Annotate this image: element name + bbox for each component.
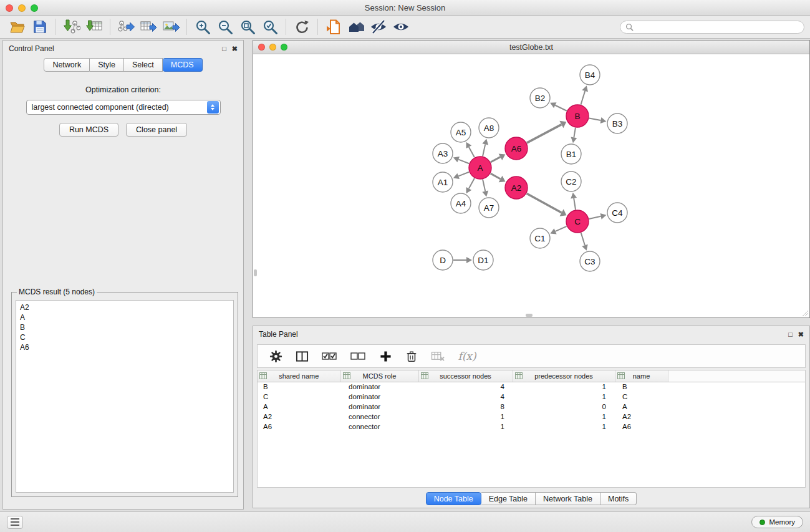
- show-task-history-button[interactable]: [7, 516, 23, 529]
- network-window-titlebar[interactable]: testGlobe.txt: [253, 41, 809, 54]
- table-row[interactable]: Bdominator41B: [258, 382, 805, 392]
- graph-edge-C-C4[interactable]: [589, 216, 601, 219]
- search-box[interactable]: [620, 21, 804, 34]
- table-cell[interactable]: connector: [340, 422, 418, 432]
- network-canvas[interactable]: B4B2BB3A5A8A6B1A3AC2A1A2A4A7C4CC1C3DD1: [253, 54, 809, 317]
- table-cell[interactable]: C: [258, 392, 340, 402]
- table-tab-edge-table[interactable]: Edge Table: [481, 492, 536, 505]
- graph-edge-C-C3[interactable]: [581, 233, 585, 245]
- hide-details-button[interactable]: [367, 17, 390, 37]
- table-row[interactable]: Cdominator41C: [258, 392, 805, 402]
- table-cell[interactable]: A6: [258, 422, 340, 432]
- table-cell[interactable]: A6: [615, 422, 668, 432]
- maximize-view-button[interactable]: [281, 44, 287, 51]
- table-cell[interactable]: 4: [418, 382, 513, 392]
- optimization-criterion-select[interactable]: largest connected component (directed): [26, 100, 221, 115]
- export-network-button[interactable]: [115, 17, 137, 37]
- graph-edge-A-A3[interactable]: [458, 160, 469, 164]
- control-panel-tab-style[interactable]: Style: [90, 58, 124, 72]
- minimize-view-button[interactable]: [269, 44, 276, 51]
- mcds-result-item[interactable]: B: [16, 322, 233, 332]
- run-mcds-button[interactable]: Run MCDS: [59, 123, 118, 137]
- table-tab-network-table[interactable]: Network Table: [536, 492, 600, 505]
- graph-edge-A-A6[interactable]: [491, 157, 501, 162]
- zoom-selected-button[interactable]: [259, 17, 281, 37]
- graph-edge-B-B3[interactable]: [589, 118, 601, 121]
- table-cell[interactable]: 0: [513, 402, 615, 412]
- control-panel-tab-network[interactable]: Network: [44, 58, 90, 72]
- horizontal-scrollbar-thumb[interactable]: [526, 314, 533, 317]
- memory-status-button[interactable]: Memory: [751, 516, 803, 528]
- create-column-button[interactable]: [377, 347, 393, 365]
- delete-column-button[interactable]: [403, 347, 420, 365]
- graph-edge-A-A8[interactable]: [483, 144, 485, 156]
- table-cell[interactable]: A2: [258, 412, 340, 422]
- float-panel-icon[interactable]: □: [222, 46, 226, 52]
- fullscreen-window-button[interactable]: [31, 4, 38, 12]
- close-panel-icon[interactable]: ✖: [232, 46, 238, 52]
- close-table-panel-icon[interactable]: ✖: [798, 331, 804, 338]
- table-cell[interactable]: A: [258, 402, 340, 412]
- export-table-button[interactable]: [137, 17, 160, 37]
- mcds-result-item[interactable]: A6: [16, 342, 233, 352]
- minimize-window-button[interactable]: [18, 4, 26, 12]
- table-cell[interactable]: 8: [418, 402, 513, 412]
- table-tab-node-table[interactable]: Node Table: [426, 492, 481, 505]
- zoom-out-button[interactable]: [214, 17, 236, 37]
- close-view-button[interactable]: [258, 44, 265, 51]
- graph-edge-B-B4[interactable]: [581, 91, 586, 105]
- open-file-button[interactable]: [6, 17, 29, 37]
- table-cell[interactable]: 1: [418, 422, 513, 432]
- window-resize-handle[interactable]: [801, 309, 809, 317]
- table-cell[interactable]: 4: [418, 392, 513, 402]
- export-image-button[interactable]: [160, 17, 182, 37]
- column-header-shared-name[interactable]: shared name: [258, 370, 340, 382]
- graph-edge-A-A5[interactable]: [469, 147, 475, 158]
- network-overview-button[interactable]: [345, 17, 367, 37]
- function-builder-button[interactable]: f(x): [456, 347, 478, 365]
- table-cell[interactable]: dominator: [340, 392, 418, 402]
- control-panel-tab-mcds[interactable]: MCDS: [163, 58, 203, 72]
- mcds-result-item[interactable]: A2: [16, 302, 233, 312]
- mcds-result-list[interactable]: A2ABCA6: [16, 300, 234, 493]
- table-cell[interactable]: C: [615, 392, 668, 402]
- graph-edge-A-A4[interactable]: [469, 178, 475, 189]
- unselect-all-columns-button[interactable]: [349, 347, 367, 365]
- table-cell[interactable]: dominator: [340, 402, 418, 412]
- column-header-name[interactable]: name: [615, 370, 668, 382]
- table-settings-button[interactable]: [268, 347, 284, 365]
- refresh-view-button[interactable]: [291, 17, 313, 37]
- table-cell[interactable]: 1: [513, 422, 615, 432]
- select-all-columns-button[interactable]: [320, 347, 339, 365]
- table-cell[interactable]: A: [615, 402, 668, 412]
- show-details-button[interactable]: [390, 17, 412, 37]
- import-table-button[interactable]: [83, 17, 105, 37]
- table-cell[interactable]: 1: [418, 412, 513, 422]
- graph-edge-C-C1[interactable]: [556, 226, 567, 231]
- table-row[interactable]: A6connector11A6: [258, 422, 805, 432]
- table-cell[interactable]: 1: [513, 392, 615, 402]
- graph-edge-A6-B[interactable]: [527, 125, 562, 143]
- titlebar[interactable]: Session: New Session: [0, 0, 810, 16]
- network-graph[interactable]: B4B2BB3A5A8A6B1A3AC2A1A2A4A7C4CC1C3DD1: [253, 54, 809, 317]
- table-cell[interactable]: A2: [615, 412, 668, 422]
- show-columns-button[interactable]: [294, 347, 310, 365]
- float-table-panel-icon[interactable]: □: [788, 331, 793, 338]
- mcds-result-item[interactable]: A: [16, 312, 233, 322]
- table-cell[interactable]: 1: [513, 412, 615, 422]
- graph-edge-A2-C[interactable]: [527, 193, 562, 213]
- vertical-scrollbar-thumb[interactable]: [254, 269, 257, 276]
- zoom-fit-button[interactable]: [236, 17, 259, 37]
- graph-edge-A-A2[interactable]: [491, 173, 501, 179]
- close-panel-button[interactable]: Close panel: [126, 123, 187, 137]
- save-session-button[interactable]: [29, 17, 51, 37]
- table-cell[interactable]: B: [258, 382, 340, 392]
- table-cell[interactable]: dominator: [340, 382, 418, 392]
- table-cell[interactable]: connector: [340, 412, 418, 422]
- column-header-predecessor-nodes[interactable]: predecessor nodes: [513, 370, 615, 382]
- zoom-in-button[interactable]: [191, 17, 214, 37]
- import-network-button[interactable]: [60, 17, 83, 37]
- control-panel-tab-select[interactable]: Select: [124, 58, 163, 72]
- table-tab-motifs[interactable]: Motifs: [600, 492, 637, 505]
- close-window-button[interactable]: [6, 4, 13, 12]
